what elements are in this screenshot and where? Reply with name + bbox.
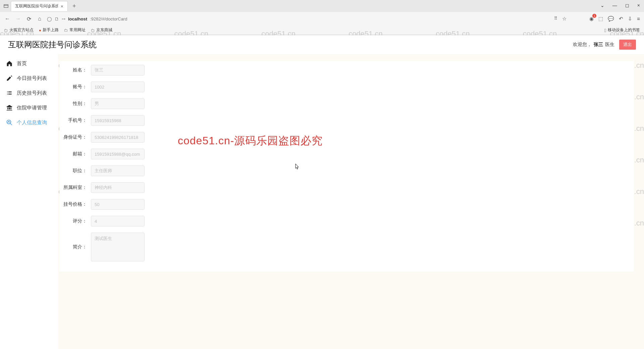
- sidebar-item-history[interactable]: 历史挂号列表: [0, 86, 58, 100]
- bookmark-jd[interactable]: 🗀 京东商城: [91, 27, 112, 33]
- folder-icon: 🗀: [91, 28, 95, 33]
- profile-form: 姓名： 账号： 性别： 手机号： 身份证号： 邮箱：: [59, 61, 634, 271]
- page-title: 互联网医院挂号问诊系统: [8, 39, 97, 50]
- browser-chrome: 互联网医院挂号问诊系统 × + ⌄ — ◻ × ← → ⟳ ⌂ ◯ 🗋 ⊶ lo…: [0, 0, 644, 35]
- folder-icon: 🗀: [64, 28, 68, 33]
- gender-label: 性别：: [59, 101, 91, 107]
- chevron-down-icon[interactable]: ⌄: [600, 3, 604, 8]
- svg-rect-0: [4, 5, 8, 8]
- account-input[interactable]: [91, 82, 145, 92]
- back-button[interactable]: ←: [4, 16, 11, 22]
- new-tab-button[interactable]: +: [70, 3, 78, 10]
- bookmark-label: 京东商城: [96, 27, 112, 33]
- edit-icon: [6, 75, 13, 82]
- bookmark-getting-started[interactable]: ● 新手上路: [39, 27, 59, 33]
- price-label: 挂号价格：: [59, 201, 91, 207]
- sidebar-label: 历史挂号列表: [17, 90, 47, 96]
- intro-textarea[interactable]: [91, 233, 145, 261]
- sidebar-label: 个人信息查询: [17, 119, 47, 126]
- bookmark-bar: 🗀 火狐官方站点 ● 新手上路 🗀 常用网址 🗀 京东商城 ▯ 移动设备上的书签: [0, 26, 644, 35]
- mobile-icon: ▯: [604, 28, 606, 33]
- name-label: 姓名：: [59, 67, 91, 73]
- undo-icon[interactable]: ↶: [619, 16, 623, 22]
- bank-icon: [6, 104, 13, 111]
- home-icon: [6, 60, 13, 67]
- bookmark-mobile[interactable]: ▯ 移动设备上的书签: [604, 27, 640, 33]
- save-icon[interactable]: ⇩: [628, 16, 632, 22]
- forward-button[interactable]: →: [15, 16, 21, 22]
- username: 张三: [594, 42, 603, 48]
- sidebar-label: 住院申请管理: [17, 105, 47, 111]
- email-input[interactable]: [91, 149, 145, 159]
- intro-label: 简介：: [59, 244, 91, 250]
- svg-line-3: [10, 123, 12, 125]
- folder-icon: 🗀: [4, 28, 8, 33]
- home-button[interactable]: ⌂: [36, 16, 43, 22]
- maximize-icon[interactable]: ◻: [625, 3, 629, 8]
- url-host: localhost: [68, 16, 87, 21]
- position-label: 职位：: [59, 168, 91, 174]
- recent-tabs-icon[interactable]: [3, 3, 9, 9]
- idcard-input[interactable]: [91, 132, 145, 143]
- phone-label: 手机号：: [59, 117, 91, 123]
- sidebar: 首页 今日挂号列表 历史挂号列表 住院申请管理 个人信息查询: [0, 54, 58, 349]
- extension-icon[interactable]: ⬚: [598, 16, 603, 22]
- account-label: 账号：: [59, 84, 91, 90]
- page-header: 互联网医院挂号问诊系统 欢迎您， 张三 医生 退出: [0, 35, 644, 54]
- name-input[interactable]: [91, 65, 145, 76]
- connection-icon: ⊶: [62, 17, 65, 21]
- bookmark-label: 新手上路: [43, 27, 59, 33]
- chat-icon[interactable]: 💬: [608, 16, 614, 22]
- list-icon: [6, 90, 13, 96]
- browser-tab[interactable]: 互联网医院挂号问诊系统 ×: [11, 1, 68, 11]
- sidebar-label: 首页: [17, 60, 27, 67]
- notification-icon[interactable]: ◉: [589, 16, 594, 22]
- sidebar-item-home[interactable]: 首页: [0, 56, 58, 71]
- sidebar-item-today[interactable]: 今日挂号列表: [0, 71, 58, 86]
- close-tab-icon[interactable]: ×: [61, 4, 63, 9]
- close-window-icon[interactable]: ×: [637, 3, 640, 8]
- bookmark-label: 火狐官方站点: [9, 27, 34, 33]
- position-input[interactable]: [91, 165, 145, 176]
- header-user-area: 欢迎您， 张三 医生 退出: [573, 40, 636, 50]
- watermark-warning: code51.cn-源码乐园盗图必究: [178, 134, 323, 148]
- search-user-icon: [6, 119, 13, 126]
- bookmark-firefox[interactable]: 🗀 火狐官方站点: [4, 27, 34, 33]
- window-controls: ⌄ — ◻ ×: [600, 3, 640, 8]
- menu-icon[interactable]: ≡: [637, 16, 640, 22]
- translate-icon[interactable]: ⠿: [554, 16, 557, 22]
- lock-icon: 🗋: [55, 16, 59, 21]
- url-path: :9282/#/doctorCard: [90, 16, 127, 21]
- user-role: 医生: [605, 42, 614, 48]
- address-bar: ← → ⟳ ⌂ ◯ 🗋 ⊶ localhost:9282/#/doctorCar…: [0, 12, 644, 26]
- sidebar-item-hospitalize[interactable]: 住院申请管理: [0, 100, 58, 115]
- gender-input[interactable]: [91, 98, 145, 109]
- main-layout: 首页 今日挂号列表 历史挂号列表 住院申请管理 个人信息查询: [0, 54, 644, 349]
- bookmark-star-icon[interactable]: ☆: [562, 16, 567, 22]
- shield-icon: ◯: [47, 16, 52, 21]
- tab-title: 互联网医院挂号问诊系统: [15, 3, 58, 9]
- email-label: 邮箱：: [59, 151, 91, 157]
- welcome-text: 欢迎您，: [573, 42, 592, 48]
- rating-label: 评分：: [59, 218, 91, 224]
- bookmark-label: 移动设备上的书签: [608, 27, 640, 33]
- sidebar-item-profile[interactable]: 个人信息查询: [0, 115, 58, 130]
- logout-button[interactable]: 退出: [619, 40, 636, 50]
- content-area: 姓名： 账号： 性别： 手机号： 身份证号： 邮箱：: [58, 54, 644, 349]
- fire-icon: ●: [39, 28, 41, 32]
- url-input[interactable]: ◯ 🗋 ⊶ localhost:9282/#/doctorCard: [47, 16, 550, 21]
- department-label: 所属科室：: [59, 185, 91, 191]
- phone-input[interactable]: [91, 115, 145, 126]
- price-input[interactable]: [91, 199, 145, 210]
- idcard-label: 身份证号：: [59, 134, 91, 140]
- rating-input[interactable]: [91, 216, 145, 227]
- cursor-icon: [294, 163, 300, 170]
- reload-button[interactable]: ⟳: [25, 16, 32, 22]
- minimize-icon[interactable]: —: [612, 3, 617, 8]
- bookmark-common[interactable]: 🗀 常用网址: [64, 27, 86, 33]
- sidebar-label: 今日挂号列表: [17, 75, 47, 82]
- tab-bar: 互联网医院挂号问诊系统 × + ⌄ — ◻ ×: [0, 0, 644, 12]
- bookmark-label: 常用网址: [69, 27, 86, 33]
- department-input[interactable]: [91, 182, 145, 193]
